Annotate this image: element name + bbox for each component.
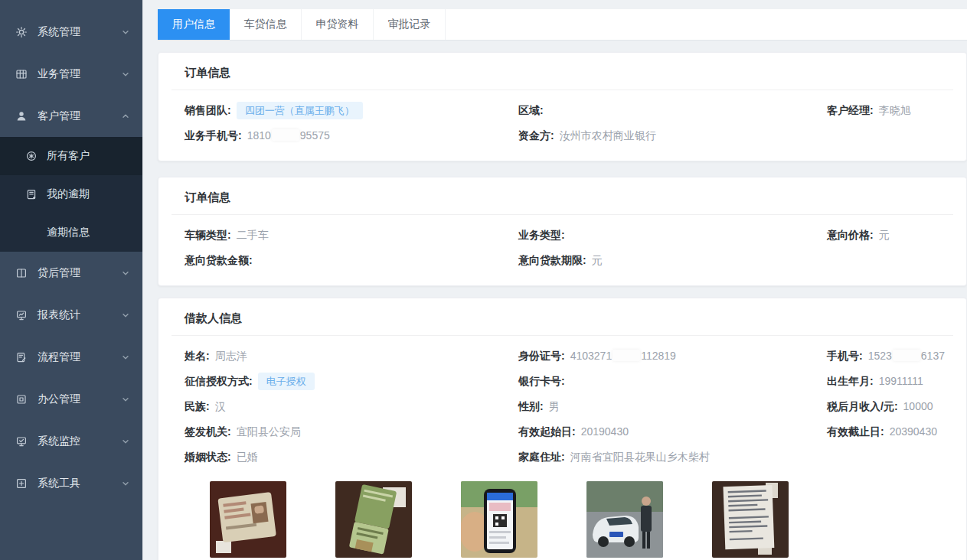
- field-valid-from: 有效起始日:20190430: [518, 425, 827, 439]
- field-credit-auth-method: 征信授权方式:电子授权: [185, 373, 518, 390]
- service-icon: [25, 150, 38, 162]
- field-gender: 性别:男: [518, 399, 827, 414]
- sidebar-item-process-mgmt[interactable]: 流程管理: [0, 336, 142, 378]
- flow-icon: [15, 351, 28, 363]
- redaction-blur: [613, 350, 640, 361]
- sidebar-item-overdue-info[interactable]: 逾期信息: [0, 213, 142, 252]
- sidebar-item-label: 客户管理: [38, 109, 80, 123]
- chevron-down-icon: [121, 28, 130, 37]
- sidebar-item-all-customers[interactable]: 所有客户: [0, 137, 142, 175]
- chevron-down-icon: [121, 395, 130, 404]
- sidebar-item-system-mgmt[interactable]: 系统管理: [0, 11, 142, 53]
- monitor-icon: [15, 309, 28, 321]
- customer-mgmt-submenu: 所有客户 我的逾期 逾期信息: [0, 137, 142, 252]
- photo-handwritten-document[interactable]: 其他材料: [712, 481, 789, 560]
- photo-person-with-car[interactable]: 人车合影: [586, 481, 663, 560]
- sidebar-item-business-mgmt[interactable]: 业务管理: [0, 53, 142, 95]
- tab-loan-application-docs[interactable]: 申贷资料: [302, 9, 374, 40]
- borrower-info-card: 借款人信息 姓名:周志洋 身份证号:4103271112819 手机号:1523…: [158, 298, 967, 560]
- sidebar-item-my-overdue[interactable]: 我的逾期: [0, 175, 142, 213]
- sidebar-item-label: 办公管理: [38, 392, 80, 406]
- chevron-down-icon: [121, 479, 130, 488]
- field-issuing-authority: 签发机关:宜阳县公安局: [185, 425, 518, 439]
- tab-user-info[interactable]: 用户信息: [158, 9, 230, 40]
- sidebar-item-label: 系统工具: [38, 477, 80, 490]
- field-home-address: 家庭住址:河南省宜阳县花果山乡木柴村: [518, 450, 827, 464]
- order-info-card-2: 订单信息 车辆类型:二手车 业务类型: 意向价格:元 意向贷款金额: 意向贷款期…: [158, 177, 967, 286]
- book-icon: [15, 267, 28, 279]
- field-business-phone: 业务手机号:181095575: [185, 129, 518, 143]
- sidebar-item-system-tools[interactable]: 系统工具: [0, 462, 142, 504]
- tools-icon: [15, 477, 28, 490]
- chevron-down-icon: [121, 70, 130, 79]
- sidebar-item-customer-mgmt[interactable]: 客户管理: [0, 95, 142, 137]
- sidebar-item-report-stats[interactable]: 报表统计: [0, 294, 142, 336]
- redaction-blur: [272, 129, 299, 141]
- photo-auth-screenshot[interactable]: 授权截图: [461, 481, 537, 560]
- main-content: 用户信息 车贷信息 申贷资料 审批记录 订单信息 销售团队:四团一营（直属王鹏飞…: [142, 0, 967, 560]
- monitor-check-icon: [15, 435, 28, 448]
- tab-bar: 用户信息 车贷信息 申贷资料 审批记录: [158, 9, 967, 41]
- field-name: 姓名:周志洋: [185, 349, 518, 363]
- field-business-type: 业务类型:: [518, 228, 827, 243]
- chevron-down-icon: [121, 437, 130, 446]
- office-icon: [15, 393, 28, 405]
- redaction-blur: [893, 350, 920, 361]
- grid-icon: [15, 68, 28, 80]
- sales-team-tag-link[interactable]: 四团一营（直属王鹏飞）: [237, 102, 363, 119]
- user-icon: [15, 110, 28, 122]
- sidebar-item-label: 系统监控: [38, 435, 80, 448]
- sidebar-item-label: 我的逾期: [47, 187, 90, 201]
- photo-id-card[interactable]: 人像面: [210, 481, 286, 560]
- document-photos: 人像面: [210, 481, 940, 560]
- field-monthly-income: 税后月收入/元:10000: [827, 399, 940, 414]
- sidebar-item-label: 所有客户: [47, 149, 90, 163]
- credit-auth-badge: 电子授权: [258, 373, 315, 390]
- tab-car-loan-info[interactable]: 车贷信息: [230, 9, 302, 40]
- field-intent-loan-amount: 意向贷款金额:: [185, 253, 518, 268]
- chevron-down-icon: [121, 269, 130, 278]
- sidebar-item-office-mgmt[interactable]: 办公管理: [0, 378, 142, 420]
- section-title: 借款人信息: [172, 298, 953, 336]
- field-intent-price: 意向价格:元: [827, 228, 940, 243]
- field-valid-to: 有效截止日:20390430: [827, 425, 940, 439]
- chevron-down-icon: [121, 353, 130, 362]
- sidebar-item-label: 业务管理: [38, 67, 80, 81]
- field-bank-card: 银行卡号:: [518, 374, 827, 389]
- field-intent-loan-term: 意向贷款期限:元: [518, 253, 827, 268]
- photo-registration-book[interactable]: 登记证书: [335, 481, 412, 560]
- sidebar-item-label: 系统管理: [38, 25, 80, 39]
- sidebar-item-label: 流程管理: [38, 350, 80, 364]
- tab-approval-records[interactable]: 审批记录: [374, 9, 446, 40]
- section-title: 订单信息: [172, 177, 953, 215]
- sidebar-item-label: 贷后管理: [38, 266, 80, 280]
- field-birth-date: 出生年月:19911111: [827, 374, 940, 389]
- field-funder: 资金方:汝州市农村商业银行: [518, 129, 827, 143]
- field-sales-team: 销售团队:四团一营（直属王鹏飞）: [185, 102, 518, 119]
- sidebar: 系统管理 业务管理 客户管理 所有客户: [0, 0, 142, 560]
- sidebar-item-label: 报表统计: [38, 308, 80, 322]
- field-marital-status: 婚姻状态:已婚: [185, 450, 518, 464]
- section-title: 订单信息: [172, 53, 953, 90]
- field-id-number: 身份证号:4103271112819: [518, 349, 827, 363]
- field-ethnicity: 民族:汉: [185, 399, 518, 414]
- field-vehicle-type: 车辆类型:二手车: [185, 228, 518, 243]
- notebook-icon: [25, 188, 38, 200]
- sidebar-item-system-monitor[interactable]: 系统监控: [0, 420, 142, 462]
- field-account-manager: 客户经理:李晓旭: [827, 103, 940, 118]
- gear-icon: [15, 26, 28, 38]
- sidebar-item-postloan-mgmt[interactable]: 贷后管理: [0, 252, 142, 294]
- field-mobile-phone: 手机号:15236137: [827, 349, 945, 363]
- order-info-card-1: 订单信息 销售团队:四团一营（直属王鹏飞） 区域: 客户经理:李晓旭 业务手机号…: [158, 52, 967, 161]
- chevron-up-icon: [121, 112, 130, 121]
- field-region: 区域:: [518, 103, 827, 118]
- sidebar-item-label: 逾期信息: [47, 226, 90, 239]
- chevron-down-icon: [121, 311, 130, 320]
